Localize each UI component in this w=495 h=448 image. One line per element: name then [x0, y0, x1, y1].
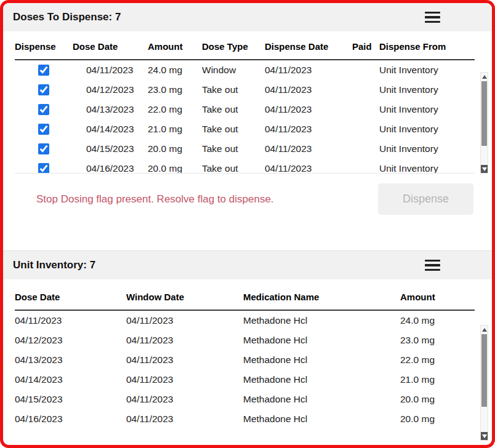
- dispense-cell: [15, 65, 73, 76]
- dispense-cell: [15, 84, 73, 95]
- dose-date-cell: 04/12/2023: [73, 84, 148, 95]
- dispense-checkbox[interactable]: [38, 104, 49, 115]
- medication-name-cell: Methadone Hcl: [243, 374, 400, 385]
- medication-name-cell: Methadone Hcl: [243, 335, 400, 346]
- doses-table-header-row: Dispense Dose Date Amount Dose Type Disp…: [15, 41, 475, 60]
- hamburger-menu-icon[interactable]: [424, 9, 441, 26]
- dispense-checkbox[interactable]: [38, 124, 49, 135]
- column-header-amount: Amount: [400, 292, 475, 302]
- dispense-date-cell: 04/11/2023: [265, 143, 352, 154]
- dose-type-cell: Window: [202, 65, 265, 76]
- dose-date-cell: 04/11/2023: [15, 315, 126, 326]
- inventory-row: 04/15/202304/11/2023Methadone Hcl20.0 mg: [15, 390, 475, 409]
- dose-row: 04/11/202324.0 mgWindow04/11/2023Unit In…: [15, 60, 475, 80]
- inventory-row: 04/11/202304/11/2023Methadone Hcl24.0 mg: [15, 311, 475, 330]
- amount-cell: 20.0 mg: [400, 394, 475, 405]
- dispense-from-cell: Unit Inventory: [379, 104, 475, 115]
- doses-panel-header: Doses To Dispense: 7: [3, 3, 492, 31]
- dispense-checkbox[interactable]: [38, 143, 49, 154]
- amount-cell: 24.0 mg: [400, 315, 475, 326]
- scrollbar-thumb[interactable]: [481, 334, 487, 407]
- scroll-down-icon[interactable]: [481, 165, 488, 173]
- window-date-cell: 04/11/2023: [126, 374, 243, 385]
- column-header-dose-date: Dose Date: [73, 41, 148, 52]
- dose-date-cell: 04/11/2023: [73, 65, 148, 76]
- doses-panel-title: Doses To Dispense: 7: [13, 11, 121, 23]
- dose-type-cell: Take out: [202, 124, 265, 135]
- inventory-panel-title: Unit Inventory: 7: [13, 259, 95, 271]
- inventory-row: 04/13/202304/11/2023Methadone Hcl22.0 mg: [15, 350, 475, 370]
- column-header-paid: Paid: [352, 41, 379, 52]
- dispense-from-cell: Unit Inventory: [379, 124, 475, 135]
- amount-cell: 21.0 mg: [148, 124, 202, 135]
- column-header-dispense: Dispense: [15, 41, 73, 52]
- inventory-panel: Unit Inventory: 7 Dose Date Window Date …: [3, 250, 492, 441]
- column-header-dispense-date: Dispense Date: [265, 41, 352, 52]
- amount-cell: 24.0 mg: [148, 65, 202, 76]
- dose-date-cell: 04/13/2023: [15, 354, 126, 366]
- dispense-checkbox[interactable]: [38, 163, 49, 174]
- dose-row: 04/15/202320.0 mgTake out04/11/2023Unit …: [15, 139, 475, 159]
- amount-cell: 22.0 mg: [148, 104, 202, 115]
- column-header-medication-name: Medication Name: [243, 292, 400, 302]
- dispense-button[interactable]: Dispense: [378, 183, 473, 215]
- doses-actions: Stop Dosing flag present. Resolve flag t…: [3, 174, 492, 230]
- scrollbar-thumb[interactable]: [481, 81, 487, 146]
- dose-row: 04/14/202321.0 mgTake out04/11/2023Unit …: [15, 119, 475, 139]
- dose-date-cell: 04/14/2023: [15, 374, 126, 385]
- dispense-date-cell: 04/11/2023: [265, 65, 352, 76]
- dose-date-cell: 04/15/2023: [15, 394, 126, 405]
- amount-cell: 21.0 mg: [400, 374, 475, 385]
- column-header-window-date: Window Date: [126, 292, 243, 302]
- dose-date-cell: 04/12/2023: [15, 335, 126, 346]
- dispense-date-cell: 04/11/2023: [265, 124, 352, 135]
- stop-dosing-warning: Stop Dosing flag present. Resolve flag t…: [36, 193, 274, 206]
- dose-type-cell: Take out: [202, 143, 265, 154]
- doses-scrollbar[interactable]: [480, 72, 488, 174]
- dispense-checkbox[interactable]: [38, 65, 49, 76]
- inventory-row: 04/16/202304/11/2023Methadone Hcl20.0 mg: [15, 409, 475, 429]
- scroll-down-icon[interactable]: [481, 432, 488, 440]
- dispense-cell: [15, 124, 73, 135]
- dispense-from-cell: Unit Inventory: [379, 65, 475, 76]
- inventory-scrollbar[interactable]: [480, 325, 488, 441]
- dose-date-cell: 04/16/2023: [15, 414, 126, 425]
- medication-name-cell: Methadone Hcl: [243, 315, 400, 326]
- dispense-from-cell: Unit Inventory: [379, 143, 475, 154]
- doses-table-body: 04/11/202324.0 mgWindow04/11/2023Unit In…: [15, 60, 475, 174]
- dispense-cell: [15, 143, 73, 154]
- column-header-amount: Amount: [148, 41, 202, 52]
- dispense-cell: [15, 163, 73, 174]
- amount-cell: 22.0 mg: [400, 354, 475, 366]
- dispense-date-cell: 04/11/2023: [265, 104, 352, 115]
- column-header-dose-type: Dose Type: [202, 41, 265, 52]
- hamburger-menu-icon[interactable]: [424, 257, 441, 274]
- column-header-dispense-from: Dispense From: [379, 41, 475, 52]
- doses-table: Dispense Dose Date Amount Dose Type Disp…: [3, 41, 492, 174]
- dose-date-cell: 04/13/2023: [73, 104, 148, 115]
- dispense-checkbox[interactable]: [38, 84, 49, 95]
- scroll-up-icon[interactable]: [481, 73, 488, 81]
- dose-row: 04/12/202323.0 mgTake out04/11/2023Unit …: [15, 80, 475, 100]
- dose-date-cell: 04/16/2023: [73, 163, 148, 174]
- medication-name-cell: Methadone Hcl: [243, 414, 400, 425]
- amount-cell: 23.0 mg: [148, 84, 202, 95]
- inventory-panel-header: Unit Inventory: 7: [3, 251, 492, 279]
- dispense-cell: [15, 104, 73, 115]
- window-date-cell: 04/11/2023: [126, 394, 243, 405]
- dispense-from-cell: Unit Inventory: [379, 84, 475, 95]
- window-date-cell: 04/11/2023: [126, 335, 243, 346]
- amount-cell: 20.0 mg: [400, 414, 475, 425]
- dose-date-cell: 04/14/2023: [73, 124, 148, 135]
- doses-panel: Doses To Dispense: 7 Dispense Dose Date …: [3, 3, 492, 230]
- amount-cell: 23.0 mg: [400, 335, 475, 346]
- amount-cell: 20.0 mg: [148, 163, 202, 174]
- dose-row: 04/16/202320.0 mgTake out04/11/2023Unit …: [15, 159, 475, 174]
- dose-type-cell: Take out: [202, 84, 265, 95]
- dispense-window: Doses To Dispense: 7 Dispense Dose Date …: [0, 0, 495, 448]
- inventory-table-header-row: Dose Date Window Date Medication Name Am…: [15, 292, 475, 311]
- scroll-up-icon[interactable]: [481, 326, 488, 334]
- window-date-cell: 04/11/2023: [126, 414, 243, 425]
- dose-type-cell: Take out: [202, 104, 265, 115]
- dose-date-cell: 04/15/2023: [73, 143, 148, 154]
